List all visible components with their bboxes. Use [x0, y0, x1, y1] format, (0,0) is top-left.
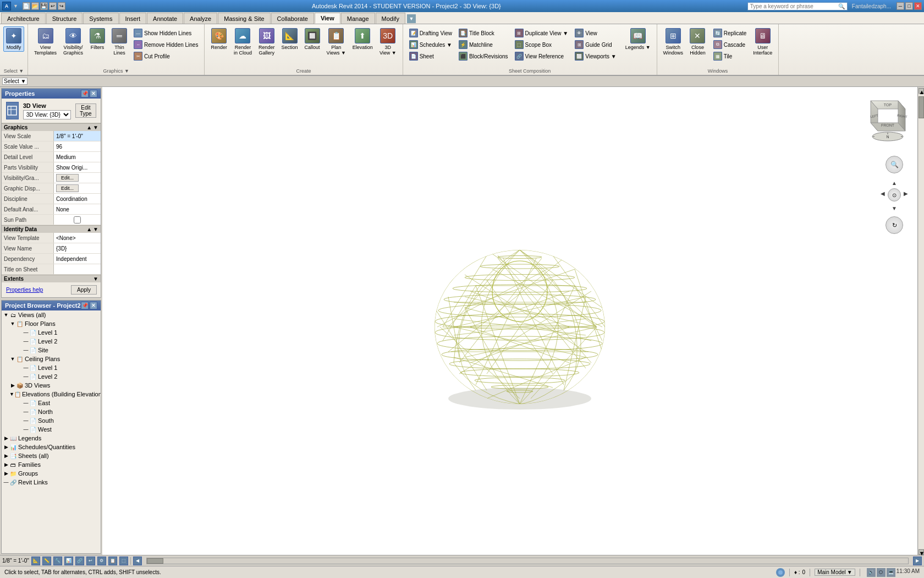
open-btn[interactable]: 📂 [31, 2, 39, 10]
status-icon-2[interactable]: 📏 [42, 557, 51, 565]
title-block-btn[interactable]: 📑 Title Block [456, 28, 511, 39]
contextual-tab-indicator[interactable]: ▼ [407, 14, 416, 23]
schedules-btn[interactable]: 📊 Schedules ▼ [406, 39, 455, 50]
scope-box-btn[interactable]: ⬚ Scope Box [512, 39, 571, 50]
remove-hidden-lines-btn[interactable]: ╌ Remove Hidden Lines [131, 39, 201, 50]
scroll-thumb[interactable] [919, 96, 924, 118]
tree-elevation-west[interactable]: — 📄 West [2, 425, 101, 434]
nav-up-btn[interactable]: ▲ [889, 178, 899, 188]
tab-analyze[interactable]: Analyze [184, 13, 217, 24]
tab-insert[interactable]: Insert [119, 13, 147, 24]
status-icon-1[interactable]: 📐 [31, 557, 40, 565]
legends-btn[interactable]: 📖 Legends ▼ [623, 26, 653, 52]
workset-selector[interactable]: Main Model ▼ [815, 569, 855, 576]
status-icon-10[interactable]: ◀ [133, 557, 142, 565]
viewports-btn[interactable]: ⬜ Viewports ▼ [572, 51, 619, 62]
visibility-graphics-btn[interactable]: 👁 Visibility/Graphics [61, 26, 86, 57]
status-icon-11[interactable]: ▶ [913, 557, 922, 565]
duplicate-view-btn[interactable]: ⊞ Duplicate View ▼ [512, 28, 571, 39]
edit-type-btn[interactable]: Edit Type [75, 103, 96, 118]
scroll-track[interactable] [919, 94, 924, 549]
tab-systems[interactable]: Systems [83, 13, 118, 24]
cascade-btn[interactable]: ⧉ Cascade [711, 39, 750, 50]
tree-views-all[interactable]: ▼ 🗂 Views (all) [2, 310, 101, 319]
view-type-select[interactable]: 3D View: {3D} [23, 110, 71, 119]
replicate-btn[interactable]: 🔄 Replicate [711, 28, 750, 39]
view-btn[interactable]: 👁 View [572, 28, 619, 39]
graphic-disp-value[interactable]: Edit... [54, 183, 101, 193]
tray-icon-2[interactable]: ⬡ [877, 568, 886, 577]
status-icon-7[interactable]: ⚙ [97, 557, 106, 565]
view-name-value[interactable]: {3D} [54, 243, 101, 253]
block-revisions-btn[interactable]: ⬛ Block/Revisions [456, 51, 511, 62]
status-icon-9[interactable]: ⬚ [119, 557, 128, 565]
tree-elevations[interactable]: ▼ 📋 Elevations (Building Elevation) [2, 390, 101, 399]
pb-close-btn[interactable]: ✕ [90, 302, 97, 309]
view-templates-btn[interactable]: 🗂 ViewTemplates [31, 26, 59, 57]
props-help-link[interactable]: Properties help [4, 286, 45, 294]
tab-collaborate[interactable]: Collaborate [271, 13, 314, 24]
nav-down-btn[interactable]: ▼ [889, 203, 899, 213]
sheet-btn[interactable]: 📄 Sheet [406, 51, 455, 62]
filters-btn[interactable]: ⚗ Filters [87, 26, 108, 52]
nav-right-btn[interactable]: ▶ [901, 188, 911, 198]
callout-btn[interactable]: 🔲 Callout [302, 26, 323, 52]
tray-icon-1[interactable]: 🔊 [867, 568, 876, 577]
scroll-up-btn[interactable]: ▲ [919, 88, 924, 94]
tree-floor-site[interactable]: — 📄 Site [2, 346, 101, 355]
discipline-value[interactable]: Coordination [54, 194, 101, 204]
view-ref-btn[interactable]: 🔗 View Reference [512, 51, 571, 62]
tree-floor-level2[interactable]: — 📄 Level 2 [2, 337, 101, 346]
pb-pin-btn[interactable]: 📌 [81, 302, 89, 309]
plan-views-btn[interactable]: 📋 PlanViews ▼ [324, 26, 349, 57]
tree-families[interactable]: ▶ 🗃 Families [2, 460, 101, 469]
tab-view[interactable]: View [315, 13, 340, 24]
tree-groups[interactable]: ▶ 📁 Groups [2, 469, 101, 478]
tab-massing[interactable]: Massing & Site [218, 13, 270, 24]
props-close-btn[interactable]: ✕ [90, 90, 97, 97]
render-gallery-btn[interactable]: 🖼 RenderGallery [256, 26, 278, 57]
show-hidden-lines-btn[interactable]: — Show Hidden Lines [131, 28, 201, 39]
search-icon[interactable]: 🔍 [838, 3, 845, 9]
user-interface-btn[interactable]: 🖥 UserInterface [750, 26, 775, 57]
view-template-value[interactable]: <None> [54, 233, 101, 243]
view-cube[interactable]: TOP LEFT RIGHT FRONT N [857, 92, 912, 148]
3d-view-btn[interactable]: 3D 3DView ▼ [377, 26, 399, 57]
tree-legends[interactable]: ▶ 📖 Legends [2, 434, 101, 443]
tree-ceiling-level2[interactable]: — 📄 Level 2 [2, 372, 101, 381]
close-hidden-btn[interactable]: ✕ CloseHidden [687, 26, 708, 57]
status-icon-5[interactable]: 🔗 [75, 557, 84, 565]
properties-panel-header[interactable]: Properties 📌 ✕ [2, 89, 101, 99]
tree-floor-level1[interactable]: — 📄 Level 1 [2, 328, 101, 337]
graphics-section-header[interactable]: Graphics ▲ ▼ [2, 123, 101, 131]
sun-path-value[interactable] [54, 215, 101, 225]
bottom-scroll-thumb[interactable] [147, 558, 163, 564]
extents-section-header[interactable]: Extents ▼ [2, 275, 101, 282]
guide-grid-btn[interactable]: ⊞ Guide Grid [572, 39, 619, 50]
sun-path-checkbox[interactable] [56, 216, 98, 223]
tree-elevation-south[interactable]: — 📄 South [2, 416, 101, 425]
redo-btn[interactable]: ↪ [58, 2, 65, 10]
close-btn[interactable]: ✕ [914, 2, 922, 10]
tile-btn[interactable]: ▦ Tile [711, 51, 750, 62]
right-scrollbar[interactable]: ▲ ▼ [917, 87, 924, 555]
tree-ceiling-level1[interactable]: — 📄 Level 1 [2, 363, 101, 372]
visibility-gra-value[interactable]: Edit... [54, 173, 101, 183]
nav-orbit-btn[interactable]: ↻ [886, 216, 903, 234]
tray-icon-3[interactable]: 💻 [887, 568, 895, 577]
nav-zoom-btn[interactable]: 🔍 [886, 156, 903, 173]
props-apply-btn[interactable]: Apply [71, 285, 97, 295]
view-scale-value[interactable]: 1/8" = 1'-0" [54, 131, 101, 141]
maximize-btn[interactable]: □ [905, 2, 913, 10]
switch-windows-btn[interactable]: ⊞ SwitchWindows [661, 26, 686, 57]
section-btn[interactable]: 📐 Section [279, 26, 301, 52]
tree-elevation-east[interactable]: — 📄 East [2, 399, 101, 407]
tree-ceiling-plans[interactable]: ▼ 📋 Ceiling Plans [2, 355, 101, 363]
scroll-down-btn[interactable]: ▼ [919, 549, 924, 555]
cut-profile-btn[interactable]: ✂ Cut Profile [131, 51, 201, 62]
tab-manage[interactable]: Manage [341, 13, 375, 24]
modify-btn[interactable]: ✦ Modify [3, 26, 24, 52]
visibility-edit-btn[interactable]: Edit... [56, 174, 79, 182]
detail-level-value[interactable]: Medium [54, 152, 101, 162]
status-icon-4[interactable]: 📊 [64, 557, 73, 565]
